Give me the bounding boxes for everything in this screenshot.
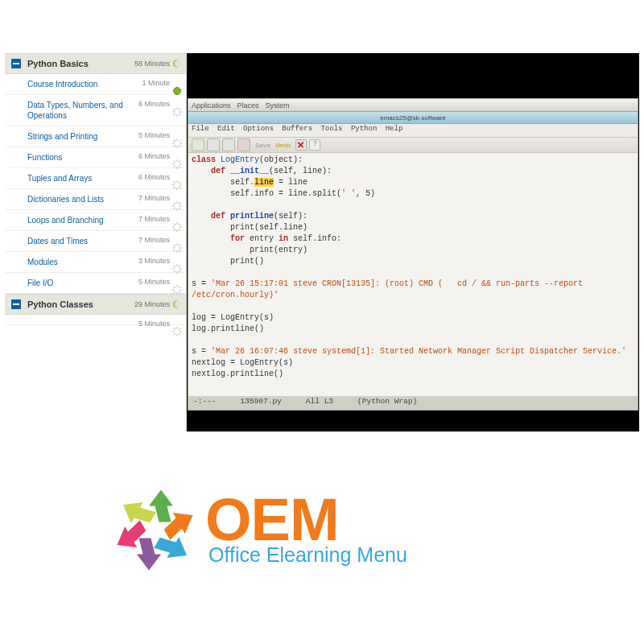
section-header[interactable]: Python Classes29 Minutes bbox=[5, 294, 186, 315]
window-titlebar[interactable]: emacs25@sk-software bbox=[188, 111, 638, 124]
lesson-link[interactable]: Strings and Printing bbox=[27, 131, 140, 142]
loading-spinner-icon bbox=[173, 286, 181, 294]
lesson-link[interactable]: Tuples and Arrays bbox=[27, 173, 140, 184]
emacs-menu-buffers[interactable]: Buffers bbox=[282, 125, 312, 133]
lesson-link[interactable]: Course Introduction bbox=[27, 79, 140, 89]
toolbar-undo-label[interactable]: Undo bbox=[275, 142, 291, 149]
lesson-duration: 7 Minutes bbox=[138, 194, 170, 202]
course-sidebar: Python Basics58 MinutesCourse Introducti… bbox=[5, 53, 187, 431]
lesson-duration: 5 Minutes bbox=[138, 131, 170, 139]
lesson-item[interactable]: Loops and Branching7 Minutes bbox=[5, 210, 186, 231]
emacs-menu-tools[interactable]: Tools bbox=[320, 125, 342, 133]
emacs-menubar: File Edit Options Buffers Tools Python H… bbox=[188, 124, 638, 138]
section-title: Python Classes bbox=[27, 299, 93, 309]
lesson-item[interactable]: Course Introduction1 Minute bbox=[5, 74, 186, 95]
loading-spinner-icon bbox=[173, 181, 181, 189]
brand-logo: OEM Office Elearning Menu bbox=[105, 480, 407, 580]
lesson-duration: 5 Minutes bbox=[138, 278, 170, 286]
loading-spinner-icon bbox=[173, 244, 181, 252]
toolbar-open-icon[interactable] bbox=[207, 138, 220, 151]
collapse-icon[interactable] bbox=[11, 59, 21, 68]
loading-spinner-icon bbox=[173, 202, 181, 210]
emacs-menu-options[interactable]: Options bbox=[243, 125, 274, 133]
lesson-duration: 6 Minutes bbox=[138, 173, 170, 181]
collapse-icon[interactable] bbox=[11, 299, 21, 309]
video-panel: Applications Places System emacs25@sk-so… bbox=[187, 53, 639, 431]
toolbar-kill-icon[interactable] bbox=[237, 138, 250, 151]
lesson-item[interactable]: Dictionaries and Lists7 Minutes bbox=[5, 189, 186, 210]
toolbar-new-icon[interactable] bbox=[192, 138, 204, 151]
lesson-link[interactable]: Dates and Times bbox=[27, 236, 140, 246]
loading-spinner-icon bbox=[173, 160, 181, 168]
section-duration: 29 Minutes bbox=[134, 300, 170, 308]
modeline-status: -:--- bbox=[193, 397, 217, 409]
lesson-duration: 7 Minutes bbox=[138, 215, 170, 223]
emacs-toolbar: Save Undo ? bbox=[188, 138, 638, 153]
brand-subtitle: Office Elearning Menu bbox=[208, 543, 407, 567]
toolbar-dir-icon[interactable] bbox=[222, 138, 235, 151]
emacs-menu-file[interactable]: File bbox=[192, 125, 209, 133]
lesson-duration: 3 Minutes bbox=[138, 257, 170, 265]
brand-title: OEM bbox=[205, 493, 339, 547]
lesson-item[interactable]: Modules3 Minutes bbox=[5, 252, 186, 273]
lesson-item[interactable]: File I/O5 Minutes bbox=[5, 273, 186, 294]
loading-spinner-icon bbox=[173, 139, 181, 147]
section-title: Python Basics bbox=[27, 59, 89, 68]
lesson-duration: 6 Minutes bbox=[138, 100, 170, 108]
toolbar-help-icon[interactable]: ? bbox=[309, 139, 320, 151]
modeline-filename: 135907.py bbox=[241, 397, 282, 409]
emacs-menu-edit[interactable]: Edit bbox=[217, 125, 235, 133]
toolbar-close-icon[interactable] bbox=[295, 139, 307, 151]
loading-spinner-icon bbox=[173, 265, 181, 273]
gnome-menu-system[interactable]: System bbox=[266, 101, 290, 109]
lesson-duration: 1 Minute bbox=[142, 79, 170, 87]
lesson-duration: 6 Minutes bbox=[138, 152, 170, 160]
arrows-logo-icon bbox=[105, 480, 205, 580]
lesson-item[interactable]: Strings and Printing5 Minutes bbox=[5, 126, 186, 147]
toolbar-save-label[interactable]: Save bbox=[255, 142, 270, 149]
gnome-menu-applications[interactable]: Applications bbox=[192, 101, 231, 109]
emacs-modeline: -:--- 135907.py All L3 (Python Wrap) bbox=[188, 396, 638, 410]
app-window: Python Basics58 MinutesCourse Introducti… bbox=[5, 53, 639, 431]
gnome-top-panel: Applications Places System bbox=[188, 98, 638, 112]
lesson-link[interactable]: Functions bbox=[27, 152, 140, 163]
lesson-duration: 5 Minutes bbox=[138, 320, 170, 328]
modeline-position: All L3 bbox=[306, 397, 333, 409]
lesson-duration: 7 Minutes bbox=[138, 236, 170, 244]
progress-pie-icon bbox=[173, 300, 181, 308]
progress-pie-icon bbox=[173, 60, 181, 68]
lesson-link[interactable]: Loops and Branching bbox=[27, 215, 140, 225]
lesson-link[interactable]: File I/O bbox=[27, 278, 140, 288]
section-header[interactable]: Python Basics58 Minutes bbox=[5, 53, 186, 74]
emacs-menu-python[interactable]: Python bbox=[351, 125, 377, 133]
section-duration: 58 Minutes bbox=[134, 60, 170, 68]
emacs-menu-help[interactable]: Help bbox=[386, 125, 403, 133]
lesson-link[interactable]: Modules bbox=[27, 257, 140, 267]
emacs-editor[interactable]: class LogEntry(object): def __init__(sel… bbox=[188, 153, 638, 382]
lesson-item[interactable]: Tuples and Arrays6 Minutes bbox=[5, 168, 186, 189]
complete-icon bbox=[173, 87, 181, 95]
lesson-item[interactable]: 5 Minutes bbox=[5, 315, 186, 325]
lesson-link[interactable]: Dictionaries and Lists bbox=[27, 194, 140, 204]
loading-spinner-icon bbox=[173, 328, 181, 336]
loading-spinner-icon bbox=[173, 108, 181, 116]
modeline-mode: (Python Wrap) bbox=[357, 397, 417, 409]
loading-spinner-icon bbox=[173, 223, 181, 231]
lesson-item[interactable]: Dates and Times7 Minutes bbox=[5, 231, 186, 252]
lesson-link[interactable]: Data Types, Numbers, and Operations bbox=[27, 100, 140, 121]
emacs-window: File Edit Options Buffers Tools Python H… bbox=[188, 123, 638, 411]
lesson-item[interactable]: Functions6 Minutes bbox=[5, 147, 186, 168]
gnome-menu-places[interactable]: Places bbox=[237, 101, 259, 109]
lesson-item[interactable]: Data Types, Numbers, and Operations6 Min… bbox=[5, 95, 186, 126]
